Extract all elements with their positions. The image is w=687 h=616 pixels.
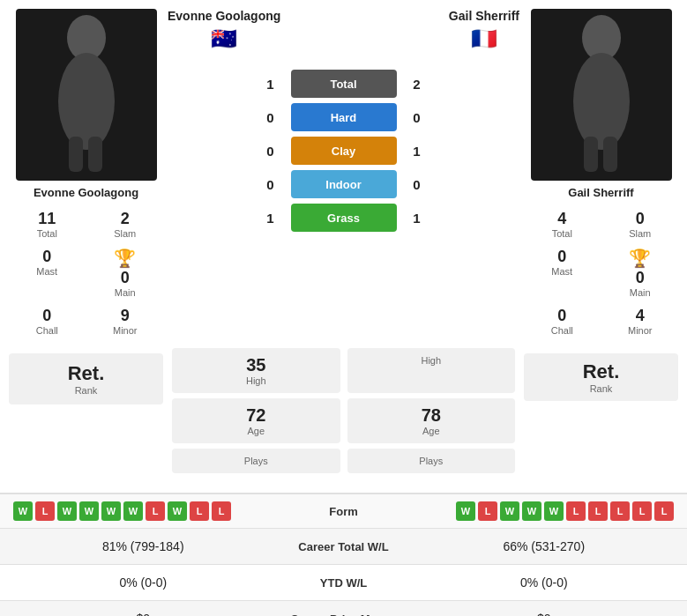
player1-chall-cell: 0 Chall [9, 303, 86, 339]
svg-rect-7 [603, 137, 617, 172]
player1-main-label: Main [115, 287, 136, 298]
svg-rect-6 [584, 137, 598, 172]
player2-avatar [531, 9, 672, 181]
clay-score2: 1 [404, 144, 430, 159]
player2-total-value: 4 [557, 210, 566, 228]
stat-left-1: 0% (0-0) [13, 575, 273, 590]
player1-stats: 11 Total 2 Slam 0 Mast 🏆 0 Main 0 [9, 206, 163, 339]
player2-rank-value: Ret. [533, 360, 669, 383]
form-badge-w: W [168, 501, 187, 521]
player2-header: Gail Sherriff 🇫🇷 [449, 9, 519, 51]
player1-age-label: Age [177, 426, 335, 436]
player2-header-name: Gail Sherriff [449, 9, 519, 23]
player2-total-cell: 4 Total [524, 206, 601, 242]
hard-score2: 0 [404, 110, 430, 125]
player1-chall-label: Chall [36, 325, 58, 336]
player1-flag: 🇦🇺 [211, 26, 237, 51]
player1-mast-label: Mast [36, 266, 57, 277]
player1-mast-value: 0 [42, 248, 51, 266]
svg-rect-2 [69, 137, 83, 172]
player1-form: WLWWWWLWLL [13, 501, 273, 521]
surface-total-row: 1 Total 2 [168, 70, 519, 98]
player1-chall-value: 0 [42, 307, 51, 325]
form-row: WLWWWWLWLL Form WLWWWLLLLL [0, 494, 687, 529]
form-badge-l: L [632, 501, 652, 521]
player2-total-label: Total [552, 228, 572, 239]
grass-btn[interactable]: Grass [291, 204, 397, 232]
player1-avatar [16, 9, 157, 181]
total-score2: 2 [404, 77, 430, 92]
surface-rows: 1 Total 2 0 Hard 0 0 Clay 1 0 Indoor [168, 70, 519, 237]
player1-slam-label: Slam [114, 228, 136, 239]
surface-grass-row: 1 Grass 1 [168, 204, 519, 232]
player1-header-name: Evonne Goolagong [168, 9, 280, 23]
player2-plays-block: Plays [347, 449, 516, 473]
player1-mast-cell: 0 Mast [9, 244, 86, 301]
stat-right-0: 66% (531-270) [414, 539, 675, 553]
player2-minor-label: Minor [628, 325, 653, 336]
player2-age-value: 78 [353, 405, 511, 426]
form-badge-l: L [610, 501, 630, 521]
stat-right-2: $0 [414, 612, 675, 616]
stat-left-0: 81% (799-184) [13, 539, 273, 553]
player1-slam-value: 2 [121, 210, 130, 228]
clay-btn[interactable]: Clay [291, 137, 397, 165]
player2-chall-label: Chall [551, 325, 573, 336]
player2-high-label: High [353, 355, 511, 366]
player1-rank-label: Rank [26, 385, 146, 396]
indoor-btn[interactable]: Indoor [291, 170, 397, 198]
player2-age-block: 78 Age [347, 398, 516, 443]
player2-main-label: Main [630, 287, 651, 298]
player1-trophy-icon: 🏆 [114, 248, 136, 269]
player1-total-value: 11 [38, 210, 56, 228]
form-badge-l: L [35, 501, 55, 521]
form-badge-w: W [123, 501, 143, 521]
player2-slam-cell: 0 Slam [602, 206, 679, 242]
player1-rank-value: Ret. [26, 362, 146, 385]
hard-score1: 0 [258, 110, 284, 125]
player2-minor-value: 4 [636, 307, 645, 325]
player1-plays-label: Plays [177, 456, 335, 466]
player2-chall-cell: 0 Chall [524, 303, 601, 339]
form-badge-w: W [79, 501, 99, 521]
form-badge-w: W [101, 501, 121, 521]
form-label: Form [273, 505, 414, 518]
player1-trophy-cell: 🏆 0 Main [87, 244, 164, 301]
player2-chall-value: 0 [557, 307, 566, 325]
player1-card: Evonne Goolagong 11 Total 2 Slam 0 Mast … [9, 9, 163, 339]
grass-score1: 1 [258, 211, 284, 226]
player2-stats: 4 Total 0 Slam 0 Mast 🏆 0 Main 0 [524, 206, 678, 339]
stat-row-0: 81% (799-184) Career Total W/L 66% (531-… [0, 529, 687, 565]
player1-high-label: High [177, 375, 335, 386]
form-badge-w: W [456, 501, 475, 521]
player2-form: WLWWWLLLLL [414, 501, 675, 521]
form-badge-w: W [544, 501, 564, 521]
player2-mast-cell: 0 Mast [524, 244, 601, 301]
clay-score1: 0 [258, 144, 284, 159]
form-badge-l: L [654, 501, 674, 521]
player2-card: Gail Sherriff 4 Total 0 Slam 0 Mast 🏆 0 [524, 9, 678, 339]
total-btn[interactable]: Total [291, 70, 397, 98]
form-badge-w: W [13, 501, 33, 521]
player2-minor-cell: 4 Minor [602, 303, 679, 339]
stats-rows: 81% (799-184) Career Total W/L 66% (531-… [0, 529, 687, 616]
surface-hard-row: 0 Hard 0 [168, 103, 519, 131]
form-badge-l: L [190, 501, 209, 521]
indoor-score1: 0 [258, 177, 284, 192]
player2-plays-label: Plays [353, 456, 511, 466]
player2-trophy-cell: 🏆 0 Main [602, 244, 679, 301]
stat-label-0: Career Total W/L [273, 540, 414, 553]
stat-left-2: $0 [13, 612, 273, 616]
player2-slam-value: 0 [636, 210, 645, 228]
player1-header: Evonne Goolagong 🇦🇺 [168, 9, 280, 51]
form-badge-w: W [522, 501, 541, 521]
stat-row-1: 0% (0-0) YTD W/L 0% (0-0) [0, 565, 687, 601]
svg-point-5 [573, 53, 630, 150]
player2-flag: 🇫🇷 [471, 26, 497, 51]
player2-rank-label: Rank [533, 383, 669, 394]
hard-btn[interactable]: Hard [291, 103, 397, 131]
svg-rect-3 [88, 137, 102, 172]
player2-rank-card: Ret. Rank [524, 353, 678, 401]
form-badge-l: L [146, 501, 165, 521]
player1-plays-block: Plays [172, 449, 340, 473]
